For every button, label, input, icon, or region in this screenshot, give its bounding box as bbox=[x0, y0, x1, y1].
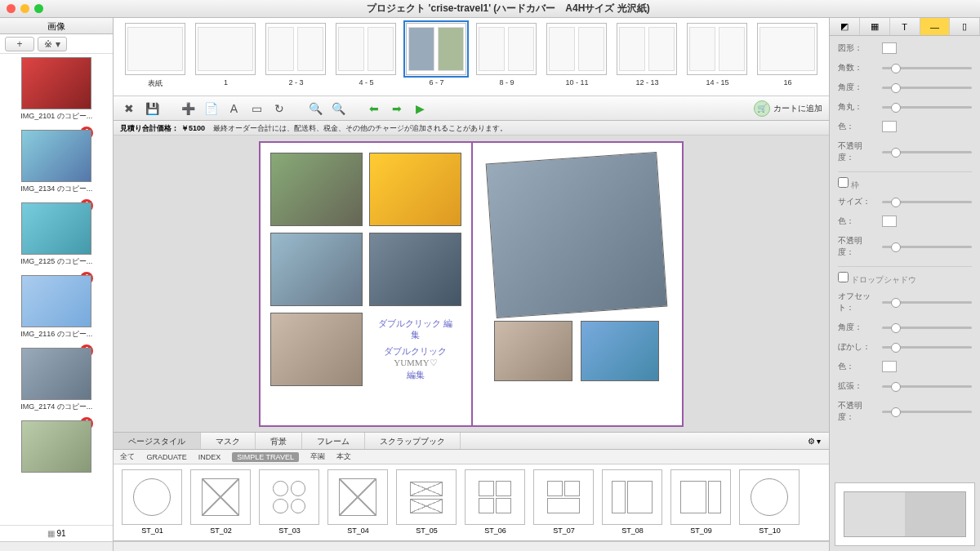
sidebar-scrollbar[interactable] bbox=[0, 541, 113, 551]
image-item[interactable]: IMG_2101 のコピー... bbox=[5, 57, 108, 122]
zoom-in-button[interactable]: 🔍 bbox=[329, 100, 347, 118]
photo-placeholder[interactable] bbox=[369, 233, 461, 306]
prev-page-button[interactable]: ⬅ bbox=[365, 100, 383, 118]
shadow-color-swatch[interactable] bbox=[882, 361, 897, 372]
sidebar-gear-button[interactable]: ※ ▾ bbox=[38, 37, 67, 51]
image-label: IMG_2125 のコピー... bbox=[5, 256, 108, 267]
rotate-button[interactable]: ↻ bbox=[270, 100, 288, 118]
page-thumb[interactable]: 4 - 5 bbox=[334, 23, 398, 91]
page-thumb[interactable]: 14 - 15 bbox=[685, 23, 749, 91]
cat-all[interactable]: 全て bbox=[120, 451, 135, 462]
add-spread-button[interactable]: 📄 bbox=[202, 100, 220, 118]
tab-scrapbook[interactable]: スクラップブック bbox=[365, 433, 461, 449]
rtab-layers-icon[interactable]: ▦ bbox=[860, 18, 890, 35]
border-color-swatch[interactable] bbox=[882, 216, 897, 227]
shape-swatch[interactable] bbox=[882, 42, 897, 54]
border-size-slider[interactable] bbox=[882, 201, 972, 203]
rtab-text-icon[interactable]: T bbox=[890, 18, 920, 35]
opacity-slider[interactable] bbox=[882, 151, 972, 153]
page-thumb[interactable]: 16 bbox=[755, 23, 819, 91]
image-count: 91 bbox=[0, 525, 113, 541]
tab-mask[interactable]: マスク bbox=[201, 433, 256, 449]
photo-placeholder[interactable] bbox=[270, 233, 363, 306]
image-item[interactable]: 1 bbox=[5, 420, 108, 473]
tab-frame[interactable]: フレーム bbox=[302, 433, 365, 449]
cat-simpletravel[interactable]: SIMPLE TRAVEL bbox=[232, 452, 299, 462]
zoom-out-button[interactable]: 🔍 bbox=[306, 100, 324, 118]
angle-slider[interactable] bbox=[882, 87, 972, 89]
style-thumb[interactable]: ST_03 bbox=[257, 469, 321, 535]
page-thumb[interactable]: 8 - 9 bbox=[474, 23, 538, 91]
maximize-icon[interactable] bbox=[34, 4, 43, 13]
cat-index[interactable]: INDEX bbox=[198, 453, 221, 461]
right-page[interactable] bbox=[471, 143, 682, 425]
image-item[interactable]: 1IMG_2116 のコピー... bbox=[5, 275, 108, 340]
shadow-opacity-slider[interactable] bbox=[882, 411, 972, 413]
close-icon[interactable] bbox=[7, 4, 16, 13]
photo-placeholder[interactable] bbox=[270, 153, 363, 226]
shadow-spread-slider[interactable] bbox=[882, 385, 972, 388]
cat-sotsuen[interactable]: 卒園 bbox=[310, 451, 325, 462]
add-shape-button[interactable]: ▭ bbox=[247, 100, 265, 118]
page-thumb[interactable]: 1 bbox=[194, 23, 257, 91]
text-block[interactable]: ダブルクリック 編集 ダブルクリック YUMMY♡ 編集 bbox=[369, 313, 461, 386]
style-thumb[interactable]: ST_07 bbox=[532, 469, 595, 535]
image-item[interactable]: 1IMG_2174 のコピー... bbox=[5, 348, 108, 412]
style-thumb[interactable]: ST_08 bbox=[600, 469, 664, 535]
page-thumb[interactable]: 10 - 11 bbox=[545, 23, 608, 91]
cart-label[interactable]: カートに追加 bbox=[773, 103, 822, 114]
page-thumb-cover[interactable]: 表紙 bbox=[123, 23, 187, 91]
cat-honbun[interactable]: 本文 bbox=[336, 451, 351, 462]
traffic-lights bbox=[7, 4, 43, 13]
tab-background[interactable]: 背景 bbox=[256, 433, 302, 449]
page-thumb[interactable]: 12 - 13 bbox=[615, 23, 679, 91]
radius-slider[interactable] bbox=[882, 106, 972, 109]
add-image-button[interactable]: + bbox=[5, 37, 34, 51]
image-item[interactable]: 1IMG_2125 のコピー... bbox=[5, 202, 108, 267]
next-page-button[interactable]: ➡ bbox=[388, 100, 406, 118]
shadow-checkbox[interactable] bbox=[838, 272, 849, 282]
cat-graduate[interactable]: GRADUATE bbox=[146, 453, 186, 461]
play-button[interactable]: ▶ bbox=[411, 100, 429, 118]
image-thumb bbox=[21, 130, 91, 182]
style-thumb[interactable]: ST_06 bbox=[463, 469, 527, 535]
border-opacity-slider[interactable] bbox=[882, 246, 972, 248]
add-page-button[interactable]: ➕ bbox=[179, 100, 197, 118]
style-thumb[interactable]: ST_01 bbox=[120, 469, 184, 535]
rtab-shape-icon[interactable]: ◩ bbox=[830, 18, 860, 35]
minimize-icon[interactable] bbox=[20, 4, 29, 13]
style-categories: 全て GRADUATE INDEX SIMPLE TRAVEL 卒園 本文 bbox=[114, 450, 829, 464]
cart-icon[interactable]: 🛒 bbox=[754, 100, 770, 117]
bottom-gear-button[interactable]: ⚙ ▾ bbox=[800, 437, 830, 446]
rtab-page-icon[interactable]: ▯ bbox=[950, 18, 980, 35]
image-item[interactable]: 1IMG_2134 のコピー... bbox=[5, 130, 108, 194]
page-thumb-selected[interactable]: 6 - 7 bbox=[404, 23, 468, 91]
style-thumb[interactable]: ST_10 bbox=[737, 469, 801, 535]
shadow-offset-slider[interactable] bbox=[882, 301, 972, 304]
tab-pagestyle[interactable]: ページスタイル bbox=[114, 433, 201, 449]
style-thumb[interactable]: ST_02 bbox=[189, 469, 252, 535]
style-thumb[interactable]: ST_04 bbox=[326, 469, 390, 535]
add-text-button[interactable]: A bbox=[225, 100, 243, 118]
photo-placeholder[interactable] bbox=[486, 151, 668, 318]
photo-placeholder[interactable] bbox=[270, 313, 363, 386]
rtab-style-icon[interactable]: — bbox=[920, 18, 951, 35]
corners-slider[interactable] bbox=[882, 67, 972, 69]
style-thumb[interactable]: ST_09 bbox=[669, 469, 733, 535]
photo-placeholder[interactable] bbox=[581, 321, 659, 381]
minimap[interactable] bbox=[835, 482, 975, 546]
delete-button[interactable]: ✖ bbox=[120, 100, 138, 118]
styles-scrollbar[interactable] bbox=[114, 541, 829, 551]
border-checkbox[interactable] bbox=[838, 177, 849, 188]
sidebar-header: 画像 bbox=[0, 18, 113, 34]
shadow-angle-slider[interactable] bbox=[882, 327, 972, 329]
photo-placeholder[interactable] bbox=[494, 321, 572, 381]
color-swatch[interactable] bbox=[882, 121, 897, 132]
photo-placeholder[interactable] bbox=[369, 153, 461, 226]
save-button[interactable]: 💾 bbox=[143, 100, 161, 118]
shadow-blur-slider[interactable] bbox=[882, 346, 972, 349]
left-page[interactable]: ダブルクリック 編集 ダブルクリック YUMMY♡ 編集 bbox=[261, 143, 471, 425]
canvas[interactable]: ダブルクリック 編集 ダブルクリック YUMMY♡ 編集 bbox=[114, 136, 829, 432]
page-thumb[interactable]: 2 - 3 bbox=[264, 23, 327, 91]
style-thumb[interactable]: ST_05 bbox=[394, 469, 458, 535]
